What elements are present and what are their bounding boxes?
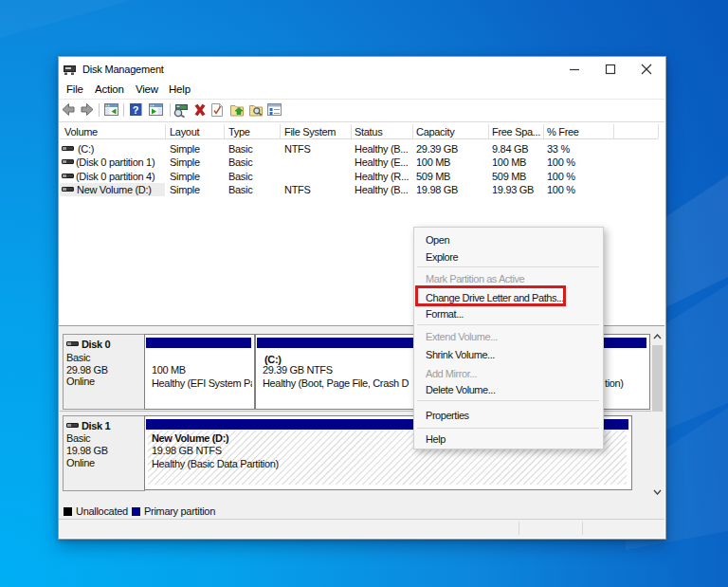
svg-text:?: ? [133, 104, 139, 116]
